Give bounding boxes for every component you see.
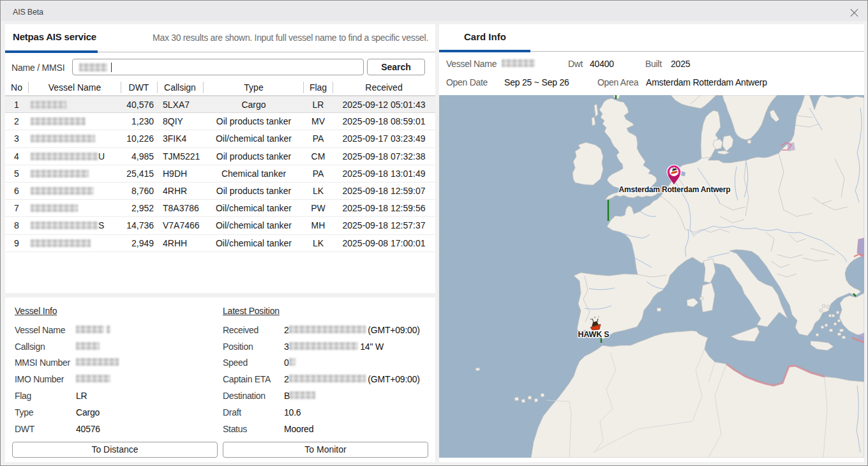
svg-text:Amsterdam Rotterdam Antwerp: Amsterdam Rotterdam Antwerp — [619, 185, 731, 194]
svg-text:HAWK S: HAWK S — [578, 330, 610, 339]
